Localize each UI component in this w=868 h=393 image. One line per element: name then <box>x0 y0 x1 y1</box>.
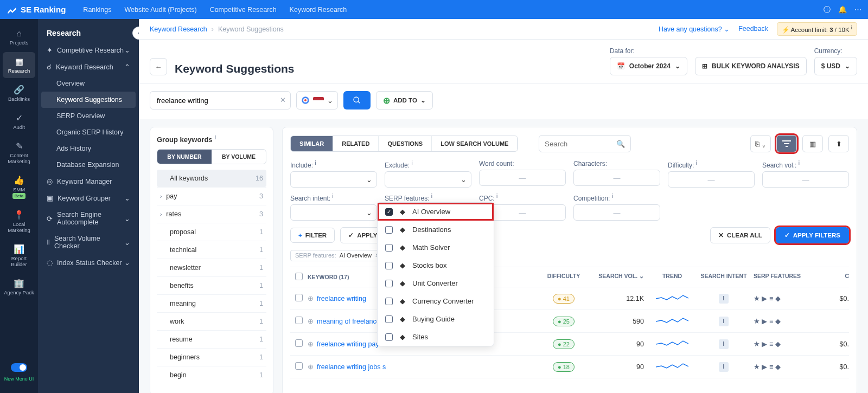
filter-word-count[interactable]: — <box>479 170 566 186</box>
new-menu-toggle[interactable]: New Menu UI <box>4 363 34 382</box>
questions-link[interactable]: Have any questions? ⌄ <box>659 25 730 33</box>
rail-projects[interactable]: ⌂Projects <box>3 24 35 50</box>
keyword-link[interactable]: freelance writing pay ra <box>317 340 387 348</box>
date-selector[interactable]: 📅 October 2024 ⌄ <box>610 57 687 75</box>
col-cpc[interactable]: C <box>819 273 849 281</box>
sidebar-sub-keyword-suggestions[interactable]: Keyword Suggestions <box>41 92 136 108</box>
clear-all-button[interactable]: ✕ CLEAR ALL <box>710 227 770 243</box>
sidebar-sub-overview[interactable]: Overview <box>38 75 139 92</box>
results-search-input[interactable] <box>545 140 616 148</box>
group-item[interactable]: technical1 <box>157 241 266 259</box>
active-filter-chip[interactable]: SERP features: AI Overview ✕ <box>290 250 385 261</box>
more-icon[interactable]: ⋯ <box>854 5 861 14</box>
sidebar-sub-organic-serp-history[interactable]: Organic SERP History <box>38 124 139 140</box>
rail-backlinks[interactable]: 🔗Backlinks <box>3 80 35 106</box>
serp-option[interactable]: ◆Stocks box <box>378 256 494 274</box>
columns-button[interactable]: ▥ <box>802 135 823 152</box>
group-item[interactable]: work1 <box>157 312 266 330</box>
group-item[interactable]: ›rates3 <box>157 205 266 223</box>
row-checkbox[interactable] <box>295 294 303 301</box>
help-icon[interactable]: ⓘ <box>824 5 831 15</box>
filter-characters[interactable]: — <box>573 170 660 186</box>
col-serp-features[interactable]: SERP FEATURES <box>754 273 819 281</box>
notifications-icon[interactable]: 🔔 <box>838 5 847 14</box>
tab-related[interactable]: RELATED <box>333 136 379 151</box>
serp-option[interactable]: ◆Destinations <box>378 221 494 239</box>
filter-exclude[interactable]: ⌄ <box>385 171 471 188</box>
group-item[interactable]: beginners1 <box>157 348 266 366</box>
filter-difficulty[interactable]: — <box>668 171 755 188</box>
filter-icon-button[interactable] <box>776 135 797 152</box>
sidebar-search-volume-checker[interactable]: ⫴Search Volume Checker⌄ <box>38 230 139 254</box>
group-item[interactable]: proposal1 <box>157 223 266 241</box>
rail-report-builder[interactable]: 📊Report Builder <box>3 240 35 272</box>
sidebar-sub-serp-overview[interactable]: SERP Overview <box>38 108 139 124</box>
seg-by-volume[interactable]: BY VOLUME <box>212 150 266 164</box>
export-button[interactable]: ⬆ <box>828 135 849 152</box>
sidebar-sub-database-expansion[interactable]: Database Expansion <box>38 157 139 173</box>
row-checkbox[interactable] <box>295 339 303 347</box>
col-trend[interactable]: TREND <box>650 273 694 281</box>
apply-filters-button[interactable]: ✓ APPLY FILTERS <box>776 227 849 243</box>
row-checkbox[interactable] <box>295 362 303 370</box>
breadcrumb-parent[interactable]: Keyword Research <box>150 25 207 33</box>
serp-option[interactable]: ◆Unit Converter <box>378 274 494 292</box>
sidebar-competitive-research[interactable]: ✦Competitive Research⌄ <box>38 42 139 59</box>
search-button[interactable] <box>343 91 371 109</box>
add-filter-button[interactable]: +FILTER <box>290 228 335 243</box>
keyword-link[interactable]: freelance writing <box>317 295 366 302</box>
tab-low-search-volume[interactable]: LOW SEARCH VOLUME <box>432 136 518 151</box>
brand-logo[interactable]: SE Ranking <box>7 4 66 15</box>
sidebar-keyword-grouper[interactable]: ▣Keyword Grouper⌄ <box>38 190 139 207</box>
filter-include[interactable]: ⌄ <box>290 171 377 188</box>
group-item[interactable]: begin1 <box>157 366 266 384</box>
rail-content-marketing[interactable]: ✎Content Marketing <box>3 137 35 169</box>
sidebar-keyword-research[interactable]: ☌Keyword Research⌃ <box>38 59 139 75</box>
group-item[interactable]: ›pay3 <box>157 187 266 205</box>
serp-option[interactable]: ◆Sites <box>378 328 494 346</box>
currency-selector[interactable]: $ USD ⌄ <box>814 57 857 75</box>
keyword-link[interactable]: freelance writing jobs s <box>317 363 386 371</box>
nav-competitive-research[interactable]: Competitive Research <box>203 6 283 14</box>
nav-keyword-research[interactable]: Keyword Research <box>283 6 354 14</box>
sidebar-sub-ads-history[interactable]: Ads History <box>38 140 139 157</box>
copy-button[interactable]: ⎘ ⌄ <box>750 135 771 152</box>
group-item[interactable]: meaning1 <box>157 294 266 312</box>
filter-competition[interactable]: — <box>573 204 660 221</box>
col-search-intent[interactable]: SEARCH INTENT <box>694 273 754 281</box>
row-checkbox[interactable] <box>295 317 303 324</box>
rail-research[interactable]: ▦Research <box>3 52 35 78</box>
filter-search-vol[interactable]: — <box>762 171 849 188</box>
serp-option[interactable]: ◆Math Solver <box>378 239 494 256</box>
seg-by-number[interactable]: BY NUMBER <box>157 150 212 164</box>
serp-option[interactable]: ✓◆AI Overview <box>378 203 494 221</box>
sidebar-search-engine-autocomplete[interactable]: ⟳Search Engine Autocomplete⌄ <box>38 207 139 230</box>
group-item[interactable]: resume1 <box>157 330 266 348</box>
sidebar-keyword-manager[interactable]: ◎Keyword Manager <box>38 173 139 190</box>
col-difficulty[interactable]: DIFFICULTY <box>537 273 591 281</box>
col-search-vol[interactable]: SEARCH VOL. ⌄ <box>591 273 650 281</box>
tab-similar[interactable]: SIMILAR <box>291 136 333 151</box>
serp-option[interactable]: ◆Buying Guide <box>378 310 494 328</box>
nav-rankings[interactable]: Rankings <box>76 6 118 14</box>
rail-smm[interactable]: 👍SMMBeta <box>3 171 35 203</box>
feedback-link[interactable]: Feedback <box>738 25 768 33</box>
group-item[interactable]: All keywords16 <box>157 170 266 187</box>
sidebar-index-status-checker[interactable]: ◌Index Status Checker⌄ <box>38 254 139 271</box>
add-to-button[interactable]: ⊕ADD TO ⌄ <box>376 91 433 109</box>
select-all-checkbox[interactable] <box>295 273 303 280</box>
clear-search-icon[interactable]: ✕ <box>280 96 286 104</box>
keyword-link[interactable]: meaning of freelance w <box>317 318 387 325</box>
back-button[interactable]: ← <box>150 58 167 75</box>
group-item[interactable]: newsletter1 <box>157 259 266 276</box>
bulk-keyword-analysis-button[interactable]: ⊞ BULK KEYWORD ANALYSIS <box>695 57 807 75</box>
nav-website-audit[interactable]: Website Audit (Projects) <box>118 6 203 14</box>
filter-search-intent[interactable]: ⌄ <box>290 204 377 221</box>
keyword-search-input[interactable] <box>157 92 275 109</box>
serp-option[interactable]: ◆Currency Converter <box>378 292 494 310</box>
group-item[interactable]: benefits1 <box>157 276 266 294</box>
rail-audit[interactable]: ✓Audit <box>3 108 35 134</box>
tab-questions[interactable]: QUESTIONS <box>379 136 432 151</box>
rail-local-marketing[interactable]: 📍Local Marketing <box>3 205 35 237</box>
search-engine-selector[interactable]: ⌄ <box>296 91 338 109</box>
